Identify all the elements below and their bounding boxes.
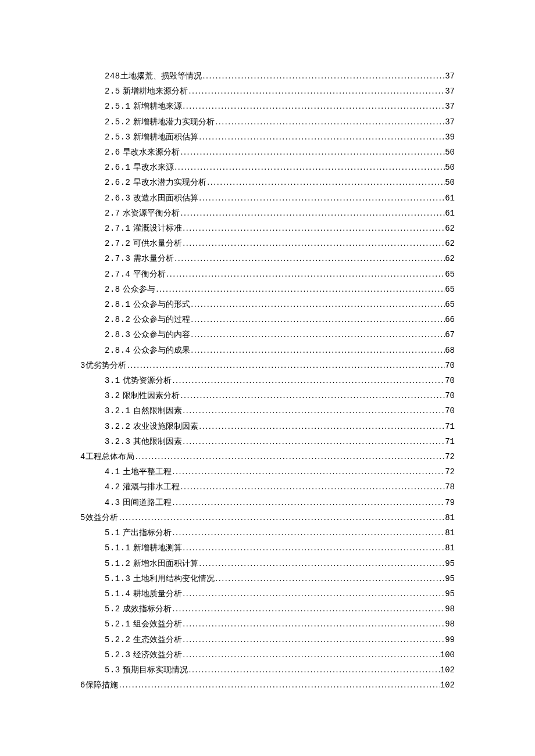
toc-leader-dots — [188, 662, 440, 677]
toc-entry: 5.1产出指标分析81 — [80, 525, 455, 540]
toc-leader-dots — [180, 479, 445, 494]
toc-entry-number: 5.1 — [105, 526, 120, 540]
toc-entry-number: 2.6.3 — [105, 191, 131, 206]
toc-entry-number: 5.2.2 — [105, 633, 131, 647]
toc-leader-dots — [198, 191, 445, 205]
toc-leader-dots — [172, 373, 445, 388]
toc-entry-number: 248 — [105, 69, 120, 84]
toc-entry-label: 土地平整工程 — [120, 464, 172, 479]
toc-leader-dots — [182, 434, 445, 449]
toc-entry: 2.8.1公众参与的形式65 — [80, 297, 455, 312]
toc-entry-label: 组会效益分析 — [131, 617, 182, 631]
toc-entry-page: 37 — [445, 115, 455, 130]
toc-entry-number: 3.2.1 — [105, 404, 131, 418]
toc-entry: 3优劣势分析70 — [80, 358, 455, 373]
toc-leader-dots — [190, 297, 445, 311]
toc-leader-dots — [198, 130, 445, 144]
toc-entry-page: 72 — [445, 465, 455, 479]
toc-entry: 2.8.2公众参与的过程66 — [80, 312, 455, 327]
toc-entry-number: 2.7.3 — [105, 252, 131, 266]
toc-entry: 2.6.3改造水田面积估算61 — [80, 191, 455, 206]
toc-entry-page: 98 — [445, 617, 455, 632]
toc-entry-label: 水资源平衡分析 — [120, 206, 180, 220]
toc-leader-dots — [180, 206, 445, 220]
toc-entry-number: 2.5.3 — [105, 130, 131, 145]
toc-entry-number: 5.2.1 — [105, 617, 131, 632]
toc-entry-page: 71 — [445, 435, 455, 449]
toc-entry: 2.6旱改水来源分析50 — [80, 145, 455, 160]
toc-leader-dots — [215, 571, 445, 586]
toc-leader-dots — [180, 388, 445, 403]
toc-entry-page: 50 — [445, 160, 455, 175]
toc-entry-label: 成效指标分析 — [120, 601, 172, 616]
toc-entry-number: 2.8.4 — [105, 343, 131, 358]
toc-leader-dots — [198, 419, 445, 433]
toc-entry-page: 102 — [440, 678, 455, 693]
toc-entry-page: 50 — [445, 175, 455, 190]
toc-entry: 2.7.1灌溉设计标准62 — [80, 221, 455, 236]
toc-leader-dots — [190, 327, 445, 342]
toc-entry-label: 田间道路工程 — [120, 495, 172, 510]
toc-entry-number: 4.2 — [105, 480, 120, 495]
toc-entry: 2.7.4平衡分析65 — [80, 267, 455, 282]
toc-entry-label: 优势资源分析 — [120, 373, 172, 388]
toc-entry: 5.1.4耕地质量分析95 — [80, 586, 455, 601]
toc-entry-label: 需水量分析 — [131, 251, 174, 266]
toc-entry-page: 61 — [445, 206, 455, 221]
toc-leader-dots — [134, 449, 445, 464]
toc-entry-page: 39 — [445, 130, 455, 145]
toc-entry: 2.6.1旱改水来源50 — [80, 160, 455, 175]
toc-entry-number: 2.5.2 — [105, 115, 131, 130]
toc-entry-number: 2.8.1 — [105, 298, 131, 312]
toc-entry-number: 2.5.1 — [105, 99, 131, 114]
toc-leader-dots — [172, 525, 445, 540]
toc-leader-dots — [190, 343, 445, 357]
toc-entry-label: 生态效益分析 — [131, 632, 182, 647]
toc-entry-page: 37 — [445, 69, 455, 84]
toc-entry-page: 67 — [445, 328, 455, 342]
toc-entry-number: 5.1.2 — [105, 557, 131, 571]
toc-leader-dots — [182, 99, 445, 113]
toc-entry-number: 5.1.3 — [105, 572, 131, 586]
toc-entry: 4.3田间道路工程79 — [80, 495, 455, 510]
toc-entry: 4工程总体布局72 — [80, 449, 455, 464]
toc-entry: 5效益分析81 — [80, 510, 455, 525]
toc-entry-label: 经济效益分析 — [131, 647, 182, 662]
toc-entry: 3.1优势资源分析70 — [80, 373, 455, 388]
toc-leader-dots — [118, 678, 440, 692]
toc-entry-page: 62 — [445, 237, 455, 251]
toc-entry: 5.1.3土地利用结构变化情况95 — [80, 571, 455, 586]
toc-entry-page: 81 — [445, 526, 455, 540]
toc-leader-dots — [174, 160, 445, 174]
toc-entry-page: 78 — [445, 480, 455, 495]
toc-entry-number: 2.7.2 — [105, 237, 131, 251]
toc-entry-label: 农业设施限制因素 — [131, 419, 198, 433]
toc-entry-page: 70 — [445, 404, 455, 418]
toc-entry-number: 2.7.1 — [105, 221, 131, 236]
toc-entry: 4.1土地平整工程72 — [80, 464, 455, 479]
toc-leader-dots — [182, 221, 445, 235]
toc-entry-label: 公众参与的过程 — [131, 312, 190, 327]
toc-entry-label: 土地利用结构变化情况 — [131, 571, 215, 586]
toc-entry-label: 新增水田面积计算 — [131, 556, 198, 571]
toc-entry: 3.2.3其他限制因素71 — [80, 434, 455, 449]
toc-entry-page: 65 — [445, 282, 455, 297]
toc-leader-dots — [215, 114, 445, 129]
toc-entry-label: 改造水田面积估算 — [131, 191, 198, 205]
toc-entry-number: 4 — [80, 450, 85, 464]
toc-entry-page: 79 — [445, 496, 455, 510]
toc-leader-dots — [188, 84, 445, 98]
toc-entry-page: 95 — [445, 572, 455, 586]
toc-entry-label: 公众参与 — [120, 282, 155, 296]
toc-entry-number: 2.8 — [105, 282, 120, 297]
toc-entry-page: 100 — [440, 648, 455, 662]
toc-entry-label: 工程总体布局 — [85, 449, 134, 464]
toc-leader-dots — [182, 632, 445, 647]
toc-entry: 3.2.2农业设施限制因素71 — [80, 419, 455, 434]
toc-leader-dots — [182, 403, 445, 418]
toc-entry-label: 预期目标实现情况 — [120, 662, 188, 677]
toc-entry: 5.2.3经济效益分析100 — [80, 647, 455, 662]
toc-entry-number: 3.1 — [105, 374, 120, 388]
toc-entry: 2.5.2新增耕地潜力实现分析37 — [80, 114, 455, 130]
toc-entry: 4.2灌溉与排水工程78 — [80, 479, 455, 495]
